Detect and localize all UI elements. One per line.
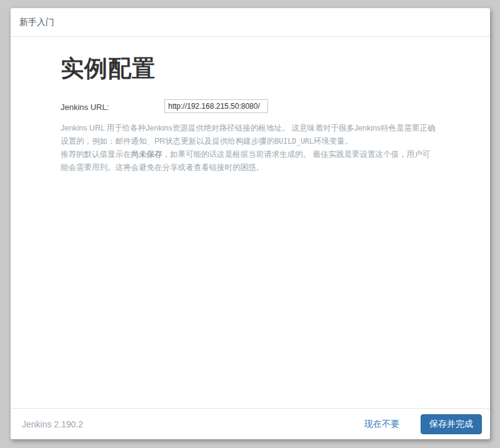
description-paragraph-1: Jenkins URL 用于给各种Jenkins资源提供绝对路径链接的根地址。 … [61,122,436,148]
jenkins-version-label: Jenkins 2.190.2 [22,419,364,429]
wizard-content: 实例配置 Jenkins URL: Jenkins URL 用于给各种Jenki… [11,37,490,408]
jenkins-url-row: Jenkins URL: [61,99,436,113]
wizard-footer: Jenkins 2.190.2 现在不要 保存并完成 [11,408,490,439]
save-and-finish-button[interactable]: 保存并完成 [421,414,482,434]
description-paragraph-2: 推荐的默认值显示在尚未保存，如果可能的话这是根据当前请求生成的。 最佳实践是要设… [61,148,436,174]
build-url-code: BUILD_URL [274,137,313,146]
description-p1-tail: 环境变量。 [314,137,353,146]
wizard-title: 新手入门 [19,17,54,27]
jenkins-url-input[interactable] [164,99,268,113]
description-p2-bold: 尚未保存 [131,150,162,159]
description-p2-text: 推荐的默认值显示在 [61,150,131,159]
page-title: 实例配置 [61,53,436,84]
not-now-button[interactable]: 现在不要 [364,419,399,430]
setup-wizard-dialog: 新手入门 实例配置 Jenkins URL: Jenkins URL 用于给各种… [11,8,490,439]
jenkins-url-label: Jenkins URL: [61,99,164,112]
description-p1-text: Jenkins URL 用于给各种Jenkins资源提供绝对路径链接的根地址。 … [61,124,436,146]
wizard-header: 新手入门 [11,8,490,37]
